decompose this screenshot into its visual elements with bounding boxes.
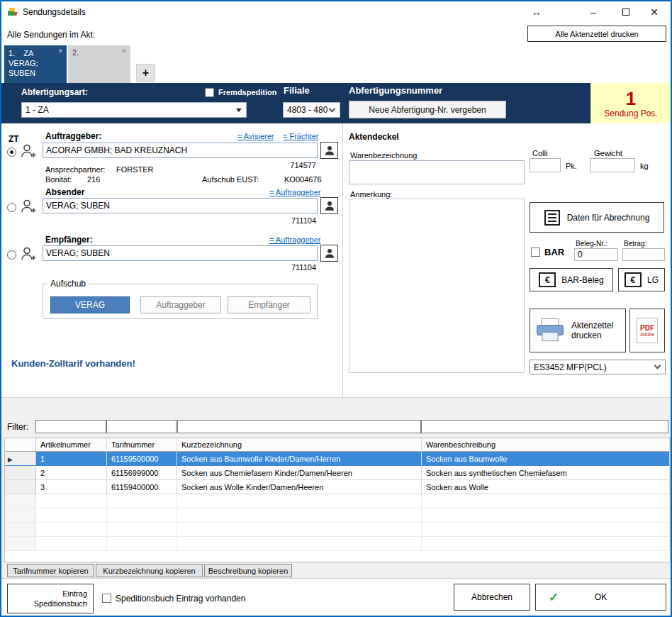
cell-kurzbezeichnung[interactable]: Socken aus Wolle Kinder/Damen/Heeren: [177, 480, 422, 494]
cell-warenbeschreibung[interactable]: Socken aus Baumwolle: [422, 452, 670, 466]
kunden-zolltarif-note: Kunden-Zolltarif vorhanden!: [11, 358, 135, 369]
close-button[interactable]: ✕: [642, 1, 666, 23]
add-tab-button[interactable]: +: [136, 64, 155, 82]
fraechter-link[interactable]: = Frächter: [283, 132, 318, 140]
check-icon: ✓: [549, 590, 559, 605]
empfaenger-radio[interactable]: [7, 250, 16, 260]
resize-icon[interactable]: ↔: [525, 1, 549, 23]
alle-aktenzettel-drucken-button[interactable]: Alle Aktenzettel drucken: [527, 26, 666, 42]
tab1-close-icon[interactable]: ✕: [57, 48, 63, 55]
abfertigungsart-label: Abfertigungsart:: [21, 87, 88, 97]
filiale-select[interactable]: 4803 - 480: [283, 102, 340, 118]
absender-label: Absender: [45, 187, 84, 197]
lg-button[interactable]: € LG: [618, 268, 665, 291]
betrag-input[interactable]: [622, 248, 665, 261]
cell-tarifnummer[interactable]: 61156999000: [107, 466, 177, 480]
artikel-grid-section: Filter: Artikelnummer Tarifnummer Kurzbe…: [1, 397, 671, 578]
tab2-close-icon[interactable]: ✕: [121, 48, 127, 55]
tab1-line2: SUBEN: [9, 68, 62, 78]
cell-warenbeschreibung[interactable]: Socken aus Wolle: [422, 480, 670, 494]
absender-auftraggeber-link[interactable]: = Auftraggeber: [269, 188, 320, 196]
colli-input[interactable]: [530, 158, 561, 172]
person-icon: [323, 144, 336, 157]
filter-artikelnummer-input[interactable]: [35, 420, 106, 433]
col-kurzbezeichnung[interactable]: Kurzbezeichnung: [177, 438, 422, 452]
empfaenger-label: Empfänger:: [45, 235, 93, 245]
cell-tarifnummer[interactable]: 61159400000: [107, 480, 177, 494]
eintrag-speditionsbuch-button[interactable]: Eintrag Speditionsbuch: [7, 584, 94, 613]
euro-icon: €: [539, 272, 556, 287]
abbrechen-button[interactable]: Abbrechen: [454, 584, 530, 611]
bar-checkbox[interactable]: [531, 248, 540, 257]
filter-tarifnummer-input[interactable]: [106, 420, 177, 433]
tab-sendung-1[interactable]: 1.ZA VERAG; SUBEN ✕: [4, 45, 67, 83]
add-person-icon[interactable]: [20, 143, 37, 160]
col-warenbeschreibung[interactable]: Warenbeschreibung: [422, 438, 670, 452]
beschreibung-kopieren-button[interactable]: Beschreibung kopieren: [204, 564, 292, 577]
filter-warenbeschreibung-input[interactable]: [421, 420, 668, 433]
avisierer-link[interactable]: = Avisierer: [237, 132, 274, 140]
row-selector: [5, 466, 36, 480]
aufschub-empfaenger-button[interactable]: Empfänger: [228, 296, 310, 313]
anmerkung-label: Anmerkung:: [350, 190, 392, 199]
cell-kurzbezeichnung[interactable]: Socken aus Chemiefasem Kinder/Damen/Heer…: [177, 466, 422, 480]
auftraggeber-input[interactable]: [43, 143, 318, 158]
aufschub-auftraggeber-button[interactable]: Auftraggeber: [140, 296, 221, 313]
tab-sendung-2[interactable]: 2. ✕: [68, 45, 130, 83]
cell-kurzbezeichnung[interactable]: Socken aus Baumwolle Kinder/Damen/Herren: [177, 452, 422, 466]
ok-button[interactable]: ✓ OK: [535, 584, 666, 611]
neue-abfertigungsnummer-button[interactable]: Neue Abfertigung-Nr. vergeben: [349, 101, 506, 118]
cell-warenbeschreibung[interactable]: Socken aus synthetischen Chemiefasem: [422, 466, 670, 480]
empfaenger-person-button[interactable]: [320, 245, 338, 262]
add-person-icon[interactable]: [20, 198, 37, 215]
add-person-icon[interactable]: [20, 245, 37, 262]
gewicht-input[interactable]: [590, 158, 635, 172]
absender-radio[interactable]: [7, 203, 16, 212]
sendungen-im-akt-label: Alle Sendungen im Akt:: [7, 30, 95, 40]
auftraggeber-id: 714577: [284, 161, 316, 169]
cell-artikelnummer[interactable]: 2: [36, 466, 107, 480]
absender-person-button[interactable]: [320, 197, 338, 214]
anmerkung-textarea[interactable]: [349, 199, 525, 373]
grid-empty-row: [5, 537, 670, 551]
grid-row-1[interactable]: ▶ 1 61159500000 Socken aus Baumwolle Kin…: [5, 452, 670, 466]
cell-tarifnummer[interactable]: 61159500000: [107, 452, 177, 466]
col-artikelnummer[interactable]: Artikelnummer: [36, 438, 107, 452]
printer-select[interactable]: ES3452 MFP(PCL): [530, 360, 666, 374]
maximize-button[interactable]: [614, 1, 638, 23]
auftraggeber-radio[interactable]: [7, 148, 16, 157]
col-tarifnummer[interactable]: Tarifnummer: [107, 438, 177, 452]
cell-artikelnummer[interactable]: 1: [36, 452, 107, 466]
grid-row-2[interactable]: 2 61156999000 Socken aus Chemiefasem Kin…: [5, 466, 670, 480]
auftraggeber-label: Auftraggeber:: [45, 131, 101, 141]
pdf-button[interactable]: PDF Adobe: [629, 308, 665, 352]
panel-divider: [342, 123, 343, 397]
absender-id: 711104: [284, 216, 316, 225]
bar-beleg-label: BAR-Beleg: [561, 275, 603, 285]
warenbezeichnung-input[interactable]: [349, 160, 525, 184]
aufschub-verag-button[interactable]: VERAG: [50, 296, 130, 313]
filter-kurzbezeichnung-input[interactable]: [177, 420, 421, 433]
tarifnummer-kopieren-button[interactable]: Tarifnummer kopieren: [7, 564, 94, 577]
empfaenger-input[interactable]: [43, 245, 318, 261]
tab1-line1: VERAG;: [9, 58, 62, 68]
daten-fuer-abrechnung-button[interactable]: Daten für Abrechnung: [530, 202, 664, 233]
fremdspedition-checkbox[interactable]: [205, 88, 214, 97]
ansprechpartner-label: Ansprechpartner:: [45, 165, 105, 174]
zt-label: ZT: [9, 134, 19, 144]
cell-artikelnummer[interactable]: 3: [36, 480, 107, 494]
sendungsdetails-window: Sendungsdetails ↔ – ✕ Alle Sendungen im …: [0, 0, 672, 617]
pdf-icon: PDF Adobe: [637, 318, 658, 343]
speditionsbuch-checkbox[interactable]: [102, 594, 111, 603]
aktenzettel-drucken-button[interactable]: Aktenzettel drucken: [530, 308, 626, 352]
auftraggeber-person-button[interactable]: [320, 142, 338, 159]
kurzbezeichnung-kopieren-button[interactable]: Kurzbezeichnung kopieren: [96, 564, 203, 577]
minimize-button[interactable]: –: [581, 1, 605, 23]
abfertigungsart-select[interactable]: 1 - ZA: [21, 102, 247, 118]
grid-row-3[interactable]: 3 61159400000 Socken aus Wolle Kinder/Da…: [5, 480, 670, 494]
absender-input[interactable]: [43, 198, 318, 213]
tab1-title: 1.ZA: [9, 48, 62, 58]
empfaenger-auftraggeber-link[interactable]: = Auftraggeber: [269, 235, 320, 244]
beleg-nr-input[interactable]: [574, 248, 618, 261]
bar-beleg-button[interactable]: € BAR-Beleg: [530, 268, 613, 291]
